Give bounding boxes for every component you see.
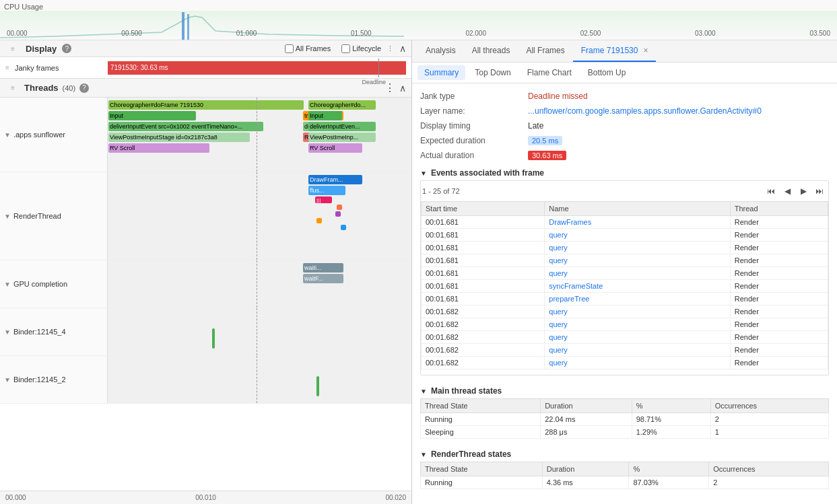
lifecycle-menu-btn[interactable]: ⋮ [387, 44, 394, 53]
tab-frame-7191530[interactable]: Frame 7191530 × [573, 40, 657, 62]
tab-analysis[interactable]: Analysis [417, 40, 464, 62]
thread-expand-icon[interactable]: ▼ [4, 281, 11, 288]
flame-seg-r2[interactable] [335, 211, 341, 217]
thread-label-binder2[interactable]: ▼ Binder:12145_2 [0, 356, 108, 403]
list-item[interactable]: 00:01.681 query Render [422, 267, 828, 280]
renderthread-states-toggle-icon[interactable]: ▼ [420, 451, 427, 458]
main-thread-states-toggle-icon[interactable]: ▼ [420, 388, 427, 395]
flame-seg-bars[interactable]: ||| [315, 196, 332, 203]
page-next-btn[interactable]: ▶ [796, 184, 811, 199]
thread-content-binder2[interactable] [108, 356, 411, 403]
flame-seg-viewpost1[interactable]: ViewPostImeInputStage id=0x2187c3a8 [108, 133, 250, 142]
mts-col-duration[interactable]: Duration [541, 399, 632, 413]
left-panel: ≡ Display ? All Frames Lifecycle ⋮ ∧ ≡ J… [0, 40, 412, 504]
page-last-btn[interactable]: ⏭ [812, 184, 827, 199]
events-container: 1 - 25 of 72 ⏮ ◀ ▶ ⏭ Start time Name Thr… [420, 180, 829, 375]
display-help-icon[interactable]: ? [62, 44, 71, 53]
thread-expand-icon[interactable]: ▼ [4, 376, 11, 384]
flame-seg-input2[interactable]: Input [308, 111, 342, 120]
collapse-threads-btn[interactable]: ∧ [399, 83, 406, 94]
flame-seg-r3[interactable] [316, 218, 322, 223]
rts-col-percent[interactable]: % [629, 462, 709, 476]
thread-content-gpu[interactable]: waiti... waitF... [108, 260, 411, 308]
tab-all-threads[interactable]: All threads [464, 40, 518, 62]
page-first-btn[interactable]: ⏮ [764, 184, 778, 199]
flame-seg-deliver1[interactable]: deliverInputEvent src=0x1002 eventTimeNa… [108, 122, 263, 131]
mts-col-state[interactable]: Thread State [421, 399, 541, 413]
thread-content-renderthread[interactable]: DrawFram... flus... ||| [108, 172, 411, 260]
flame-seg-waiti[interactable]: waiti... [303, 263, 343, 273]
layer-name-row: Layer name: ...unflower/com.google.sampl… [420, 104, 829, 118]
list-item[interactable]: 00:01.681 DrawFrames Render [422, 216, 828, 229]
flame-seg-choreographer2[interactable]: Choreographer#do... [308, 100, 376, 110]
list-item[interactable]: 00:01.682 query Render [422, 331, 828, 344]
thread-label-renderthread[interactable]: ▼ RenderThread [0, 172, 108, 260]
lifecycle-checkbox[interactable] [341, 44, 350, 53]
threads-help-icon[interactable]: ? [79, 83, 89, 93]
thread-expand-icon[interactable]: ▼ [4, 213, 11, 220]
mts-col-occurrences[interactable]: Occurrences [710, 399, 828, 413]
col-start-time[interactable]: Start time [422, 202, 545, 216]
flame-seg-r1[interactable] [337, 205, 342, 210]
flame-seg-waitf[interactable]: waitF... [303, 274, 343, 283]
thread-content-apps-sunflower[interactable]: Choreographer#doFrame 7191530 Choreograp… [108, 98, 411, 172]
flame-seg-input1[interactable]: Input [108, 111, 196, 120]
display-timing-value: Late [528, 121, 829, 131]
events-table-header-row: Start time Name Thread [422, 202, 828, 216]
display-timing-key: Display timing [420, 121, 528, 131]
sub-tab-flamechart[interactable]: Flame Chart [521, 65, 578, 80]
thread-label-gpu[interactable]: ▼ GPU completion [0, 260, 108, 308]
all-frames-checkbox[interactable] [285, 44, 294, 53]
flame-seg-rvscroll2[interactable]: RV Scroll [308, 143, 362, 153]
list-item[interactable]: 00:01.681 prepareTree Render [422, 293, 828, 305]
rts-col-state[interactable]: Thread State [421, 462, 543, 476]
all-frames-checkbox-label[interactable]: All Frames [285, 44, 331, 53]
page-prev-btn[interactable]: ◀ [780, 184, 795, 199]
threads-menu-btn[interactable]: ⋮ [384, 81, 395, 94]
collapse-display-btn[interactable]: ∧ [399, 43, 406, 54]
list-item[interactable]: 00:01.681 query Render [422, 242, 828, 254]
flame-seg-deliver2[interactable]: deliverInputEven... [308, 122, 376, 131]
list-item[interactable]: 00:01.682 query Render [422, 344, 828, 357]
sub-tab-topdown[interactable]: Top Down [468, 65, 517, 80]
list-item[interactable]: 00:01.682 query Render [422, 318, 828, 331]
lifecycle-checkbox-label[interactable]: Lifecycle [341, 44, 381, 53]
thread-expand-icon[interactable]: ▼ [4, 131, 11, 139]
sub-tab-bottomup[interactable]: Bottom Up [581, 65, 633, 80]
janky-bar[interactable]: 7191530: 30.63 ms Deadline [108, 61, 406, 75]
flame-seg-drawframe[interactable]: DrawFram... [308, 175, 362, 184]
flame-seg-choreographer[interactable]: Choreographer#doFrame 7191530 [108, 100, 304, 110]
events-toggle-icon[interactable]: ▼ [420, 170, 427, 177]
thread-expand-icon[interactable]: ▼ [4, 328, 11, 336]
tab-close-icon[interactable]: × [643, 46, 648, 55]
flame-seg-binder4-tick[interactable] [212, 328, 215, 349]
sub-tab-summary[interactable]: Summary [417, 65, 465, 80]
list-item[interactable]: 00:01.681 syncFrameState Render [422, 280, 828, 293]
rts-state: Running [421, 476, 543, 489]
janky-frames-label: Janky frames [15, 64, 102, 72]
rts-col-occurrences[interactable]: Occurrences [709, 462, 829, 476]
event-start: 00:01.681 [422, 280, 545, 293]
mts-col-percent[interactable]: % [632, 399, 710, 413]
flame-seg-viewpost2[interactable]: ViewPostImeInp... [308, 133, 376, 142]
flame-seg-r4[interactable] [341, 225, 346, 230]
col-name[interactable]: Name [545, 202, 730, 216]
layer-name-value[interactable]: ...unflower/com.google.samples.apps.sunf… [528, 106, 829, 116]
rts-percent: 87.03% [629, 476, 709, 489]
thread-content-binder4[interactable] [108, 308, 411, 355]
list-item[interactable]: 00:01.681 query Render [422, 254, 828, 267]
flame-seg-flush[interactable]: flus... [308, 186, 345, 195]
flame-seg-rvscroll1[interactable]: RV Scroll [108, 143, 209, 153]
list-item[interactable]: 00:01.682 query Render [422, 305, 828, 318]
threads-list[interactable]: ▼ .apps sunflower Choreographer#doFrame … [0, 98, 411, 491]
list-item[interactable]: 00:01.681 query Render [422, 229, 828, 242]
col-thread[interactable]: Thread [730, 202, 828, 216]
tab-all-frames[interactable]: All Frames [518, 40, 572, 62]
rts-col-duration[interactable]: Duration [542, 462, 629, 476]
thread-label-apps-sunflower[interactable]: ▼ .apps sunflower [0, 98, 108, 172]
list-item[interactable]: 00:01.682 query Render [422, 357, 828, 369]
flame-seg-binder2-tick[interactable] [316, 376, 319, 396]
thread-label-binder4[interactable]: ▼ Binder:12145_4 [0, 308, 108, 355]
janky-icon: ≡ [0, 64, 15, 71]
display-icon: ≡ [5, 45, 20, 52]
